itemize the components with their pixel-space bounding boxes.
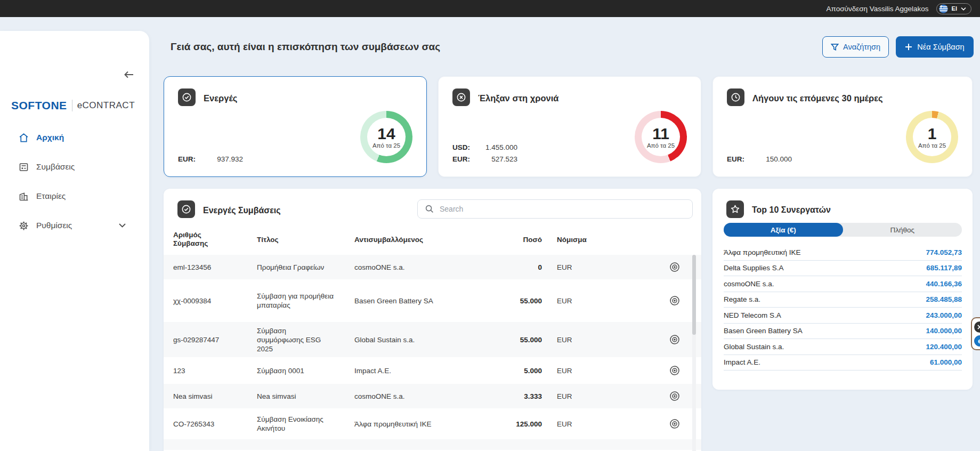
currency-value: 150.000	[749, 155, 792, 163]
cell-amount: 3.333	[485, 392, 542, 400]
cell-currency: EUR	[542, 367, 601, 375]
table-row[interactable]: Nea simvasi Nea simvasi cosmoONE s.a. 3.…	[164, 384, 701, 408]
view-contract-icon[interactable]	[669, 295, 681, 307]
clock-icon	[727, 88, 744, 106]
sidebar-item-settings[interactable]: Ρυθμίσεις	[0, 218, 149, 233]
cell-number: χχ-0009384	[173, 297, 257, 305]
partner-name: cosmoONE s.a.	[724, 280, 774, 288]
card-title: Έληξαν στη χρονιά	[478, 93, 558, 103]
brand-logo: SOFTONE eCONTRACT	[11, 99, 135, 112]
partner-value: 774.052,73	[926, 248, 962, 256]
search-contracts-button[interactable]: Αναζήτηση	[822, 36, 889, 58]
table-row[interactable]: gs-029287447 Σύμβαση συμμόρφωσης ESG 202…	[164, 322, 701, 357]
cell-currency: EUR	[542, 263, 601, 271]
cell-number: CO-7265343	[173, 420, 257, 428]
donut-value: 14	[377, 126, 395, 142]
view-contract-icon[interactable]	[669, 418, 681, 430]
cell-counterparty: cosmoONE s.a.	[354, 263, 485, 271]
cell-number: gs-029287447	[173, 336, 257, 344]
partner-name: Άλφα προμηθευτική ΙΚΕ	[724, 248, 801, 256]
table-row[interactable]: χχ-0009384 Σύμβαση για προμήθεια μπαταρί…	[164, 279, 701, 322]
table-row[interactable]	[164, 439, 701, 450]
cell-currency: EUR	[542, 336, 601, 344]
view-contract-icon[interactable]	[669, 365, 681, 376]
view-contract-icon[interactable]	[669, 390, 681, 402]
sidebar-item-contracts[interactable]: Συμβάσεις	[0, 159, 149, 174]
greek-flag-icon	[939, 4, 948, 13]
cell-amount: 55.000	[485, 336, 542, 344]
table-row[interactable]: 123 Σύμβαση 0001 Impact A.E. 5.000 EUR	[164, 357, 701, 384]
partner-value: 140.000,00	[926, 327, 962, 335]
view-contract-icon[interactable]	[669, 261, 681, 273]
view-contract-icon[interactable]	[669, 334, 681, 345]
list-item[interactable]: Άλφα προμηθευτική ΙΚΕ 774.052,73	[724, 245, 962, 261]
table-row[interactable]: CO-7265343 Σύμβαση Ενοικίασης Ακινήτου Ά…	[164, 408, 701, 439]
table-scrollbar[interactable]	[692, 255, 696, 451]
top-partners-panel: Top 10 Συνεργατών Αξία (€) Πλήθος Άλφα π…	[712, 189, 973, 390]
donut-chart-expired: 11 Από τα 25	[635, 111, 687, 163]
list-item[interactable]: Impact A.E. 61.000,00	[724, 355, 962, 371]
table-search-box	[417, 199, 693, 219]
check-circle-icon	[177, 200, 195, 218]
cell-currency: EUR	[542, 392, 601, 400]
star-icon	[726, 200, 744, 218]
sidebar-item-companies[interactable]: Εταιρίες	[0, 189, 149, 204]
new-contract-button[interactable]: Νέα Σύμβαση	[896, 36, 974, 58]
donut-chart-active: 14 Από τα 25	[360, 111, 412, 163]
donut-value: 1	[928, 126, 937, 142]
partners-tabs: Αξία (€) Πλήθος	[724, 223, 962, 237]
partners-title: Top 10 Συνεργατών	[752, 205, 831, 215]
search-input[interactable]	[440, 205, 685, 213]
sidebar-item-home[interactable]: Αρχική	[0, 130, 149, 145]
list-item[interactable]: Basen Green Battery SA 140.000,00	[724, 324, 962, 340]
cell-counterparty: Impact A.E.	[354, 367, 485, 375]
card-expiring-soon-contracts[interactable]: Λήγουν τις επόμενες 30 ημέρες 1 Από τα 2…	[712, 76, 973, 177]
list-item[interactable]: Delta Supplies S.A 685.117,89	[724, 261, 962, 277]
list-item[interactable]: NED Telecom S.A 243.000,00	[724, 308, 962, 324]
table-row[interactable]: eml-123456 Προμήθεια Γραφείων cosmoONE s…	[164, 255, 701, 279]
column-header-number: Αριθμός Σύμβασης	[173, 231, 217, 248]
partner-value: 685.117,89	[926, 264, 962, 272]
donut-value: 11	[652, 126, 669, 142]
gear-icon	[18, 220, 29, 231]
partner-value: 120.400,00	[926, 343, 962, 351]
cell-amount: 5.000	[485, 367, 542, 375]
language-selector[interactable]: El	[936, 3, 971, 14]
sidebar-item-label: Συμβάσεις	[36, 162, 75, 172]
column-header-amount: Ποσό	[485, 236, 542, 244]
card-active-contracts[interactable]: Ενεργές 14 Από τα 25 EUR: 937.932	[164, 76, 427, 177]
sidebar-item-label: Εταιρίες	[36, 191, 66, 201]
x-circle-icon	[452, 88, 470, 106]
list-item[interactable]: Global Sustain s.a. 120.400,00	[724, 339, 962, 355]
cell-title: Nea simvasi	[257, 389, 334, 404]
sidebar: SOFTONE eCONTRACT Αρχική Συμβάσεις Εταιρ…	[0, 31, 149, 451]
table-title: Ενεργές Συμβάσεις	[203, 206, 281, 215]
card-title: Λήγουν τις επόμενες 30 ημέρες	[752, 93, 883, 103]
tab-value[interactable]: Αξία (€)	[724, 223, 843, 237]
close-icon[interactable]	[974, 321, 980, 333]
donut-chart-expiring: 1 Από τα 25	[906, 111, 958, 163]
list-item[interactable]: cosmoONE s.a. 440.166,36	[724, 276, 962, 292]
currency-label: EUR:	[178, 155, 200, 163]
partner-name: Global Sustain s.a.	[724, 343, 784, 351]
scrollbar-thumb[interactable]	[692, 255, 696, 335]
feedback-widget[interactable]: e	[971, 317, 980, 350]
partners-list: Άλφα προμηθευτική ΙΚΕ 774.052,73 Delta S…	[724, 245, 962, 371]
column-header-title: Τίτλος	[257, 236, 354, 244]
chevron-down-icon[interactable]	[119, 223, 126, 228]
cell-title: Σύμβαση 0001	[257, 363, 334, 378]
plus-icon	[905, 43, 912, 51]
partner-name: Regate s.a.	[724, 295, 760, 303]
tab-count[interactable]: Πλήθος	[843, 223, 962, 237]
logout-link[interactable]: Αποσύνδεση Vassilis Aggelakos	[827, 5, 929, 13]
card-expired-contracts[interactable]: Έληξαν στη χρονιά 11 Από τα 25 USD: 1.45…	[438, 76, 701, 177]
cell-number: Nea simvasi	[173, 392, 257, 400]
partner-value: 61.000,00	[930, 358, 962, 366]
sidebar-collapse-icon[interactable]	[124, 70, 134, 79]
feedback-logo-icon[interactable]: e	[974, 335, 980, 347]
cell-title: Σύμβαση Ενοικίασης Ακινήτου	[257, 412, 334, 436]
currency-label: EUR:	[452, 155, 475, 163]
page-title: Γειά σας, αυτή είναι η επισκόπηση των συ…	[171, 41, 440, 53]
list-item[interactable]: Regate s.a. 258.485,88	[724, 292, 962, 308]
currency-value: 527.523	[475, 155, 517, 163]
